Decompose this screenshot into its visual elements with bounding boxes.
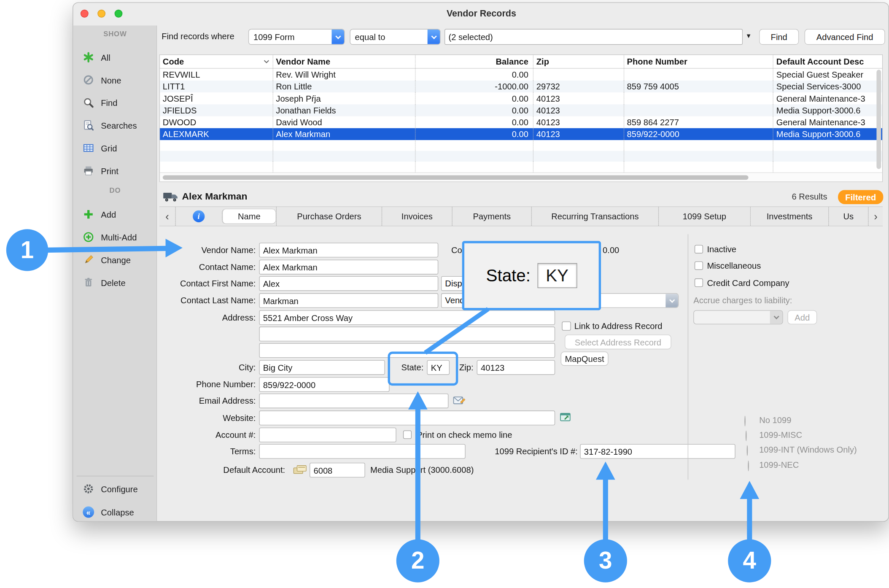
tab-recurring-transactions[interactable]: Recurring Transactions — [531, 207, 658, 226]
column-header-account[interactable]: Default Account Desc — [773, 55, 882, 68]
column-header-vendor-name[interactable]: Vendor Name — [273, 55, 416, 68]
tab-purchase-orders[interactable]: Purchase Orders — [276, 207, 382, 226]
info-icon: i — [193, 210, 205, 222]
tabs-scroll-right-button[interactable]: › — [868, 207, 883, 226]
sidebar-item-configure[interactable]: Configure — [73, 477, 157, 500]
scrollbar-thumb[interactable] — [163, 175, 749, 180]
contact-last-name-input[interactable] — [259, 293, 438, 308]
contact-first-name-input[interactable] — [259, 276, 438, 291]
record-info-button[interactable]: i — [175, 207, 221, 226]
sidebar-item-label: Multi-Add — [101, 232, 137, 242]
no-1099-radio[interactable] — [744, 415, 746, 426]
terms-input[interactable] — [259, 444, 465, 459]
vendor-name-input[interactable] — [259, 243, 438, 257]
terms-label: Terms: — [120, 444, 256, 459]
link-address-checkbox[interactable] — [562, 321, 571, 331]
open-website-icon[interactable] — [560, 412, 572, 425]
tab-payments[interactable]: Payments — [452, 207, 531, 226]
minimize-window-button[interactable] — [97, 10, 105, 18]
sidebar-item-collapse[interactable]: « Collapse — [73, 501, 157, 522]
table-row[interactable]: LITT1Ron Little-1000.0029732859 759 4005… — [160, 81, 882, 92]
chevron-down-icon — [770, 311, 783, 324]
address-label: Address: — [120, 310, 256, 325]
1099-misc-radio[interactable] — [746, 430, 747, 441]
tab-us-truncated[interactable]: Us — [828, 207, 868, 226]
findbar-field-select[interactable]: 1099 Form — [248, 29, 345, 45]
accrue-add-button[interactable]: Add — [787, 310, 817, 324]
horizontal-scrollbar[interactable] — [160, 173, 882, 182]
sidebar-item-grid[interactable]: Grid — [73, 137, 157, 159]
email-address-input[interactable] — [259, 394, 448, 408]
sidebar-item-find[interactable]: Find — [73, 91, 157, 114]
account-cards-icon[interactable] — [293, 464, 308, 477]
mapquest-button[interactable]: MapQuest — [561, 352, 609, 366]
sidebar-item-label: Configure — [101, 484, 137, 494]
table-row[interactable]: JFIELDSJonathan Fields0.0040123Media Sup… — [160, 104, 882, 116]
compose-email-icon[interactable] — [453, 395, 466, 408]
inactive-checkbox[interactable] — [695, 245, 703, 254]
website-input[interactable] — [259, 410, 555, 425]
callout-state-label: State: — [486, 266, 531, 286]
phone-number-input[interactable] — [259, 377, 389, 392]
website-label: Website: — [120, 410, 256, 425]
miscellaneous-checkbox[interactable] — [695, 262, 703, 270]
table-row[interactable]: REVWILLRev. Will Wright0.00Special Guest… — [160, 69, 882, 81]
sidebar-item-all[interactable]: All — [73, 46, 157, 69]
findbar-field-value: 1099 Form — [249, 32, 331, 42]
select-address-record-button[interactable]: Select Address Record — [565, 334, 671, 349]
vertical-scrollbar-thumb[interactable] — [876, 70, 881, 169]
table-row[interactable]: DWOODDavid Wood0.0040123859 864 2277Gene… — [160, 116, 882, 128]
sidebar-item-label: Searches — [101, 121, 137, 130]
chevron-double-left-icon: « — [82, 507, 95, 518]
print-memo-checkbox[interactable] — [403, 430, 412, 439]
findbar-operator-select[interactable]: equal to — [350, 29, 440, 45]
table-row[interactable]: JOSEPÎJoseph Pŕja0.0040123General Mainte… — [160, 92, 882, 104]
sidebar-item-label: Grid — [101, 143, 117, 153]
column-header-zip[interactable]: Zip — [533, 55, 624, 68]
city-label: City: — [188, 360, 256, 375]
1099-int-radio[interactable] — [747, 445, 748, 456]
tab-name[interactable]: Name — [222, 209, 276, 224]
column-header-code[interactable]: Code — [160, 55, 273, 68]
table-row-selected[interactable]: ALEXMARKAlex Markman0.0040123859/922-000… — [160, 128, 882, 140]
zoom-window-button[interactable] — [115, 10, 123, 18]
sidebar-item-print[interactable]: Print — [73, 159, 157, 182]
sidebar-item-add[interactable]: Add — [73, 203, 157, 226]
sidebar-item-none[interactable]: None — [73, 69, 157, 92]
address-line2-input[interactable] — [259, 326, 555, 341]
city-input[interactable] — [259, 360, 385, 375]
close-window-button[interactable] — [81, 10, 89, 18]
column-header-balance[interactable]: Balance — [416, 55, 533, 68]
1099-misc-label: 1099-MISC — [759, 428, 884, 442]
address-line1-input[interactable] — [259, 310, 555, 325]
tab-1099-setup[interactable]: 1099 Setup — [658, 207, 750, 226]
recipient-id-input[interactable] — [580, 444, 735, 459]
zip-input[interactable] — [477, 360, 555, 375]
tabs-scroll-left-button[interactable]: ‹ — [159, 207, 175, 226]
credit-card-company-checkbox[interactable] — [695, 278, 703, 287]
contact-first-name-label: Contact First Name: — [120, 276, 256, 291]
email-address-label: Email Address: — [120, 394, 256, 408]
no-1099-label: No 1099 — [759, 413, 884, 428]
accrue-liability-select[interactable] — [693, 310, 783, 324]
find-button[interactable]: Find — [759, 29, 799, 45]
account-number-input[interactable] — [259, 428, 396, 442]
table-row-empty — [160, 162, 882, 173]
contact-name-input[interactable] — [259, 260, 438, 275]
sidebar-item-label: Collapse — [101, 507, 134, 517]
record-title: Alex Markman — [182, 190, 248, 203]
tab-invoices[interactable]: Invoices — [382, 207, 452, 226]
column-header-phone[interactable]: Phone Number — [624, 55, 773, 68]
contact-name-label: Contact Name: — [120, 260, 256, 275]
1099-nec-radio[interactable] — [748, 461, 749, 472]
print-memo-label: Print on check memo line — [417, 428, 553, 442]
default-account-code-input[interactable] — [310, 463, 365, 477]
results-count: 6 Results — [770, 192, 827, 201]
sidebar-item-searches[interactable]: Searches — [73, 114, 157, 137]
annotation-circle-2: 2 — [396, 539, 439, 583]
advanced-find-button[interactable]: Advanced Find — [805, 29, 885, 45]
findbar-value-input[interactable] — [444, 29, 743, 45]
disclosure-triangle-icon[interactable]: ▼ — [746, 32, 752, 39]
tab-investments[interactable]: Investments — [750, 207, 829, 226]
trash-icon — [82, 277, 95, 288]
